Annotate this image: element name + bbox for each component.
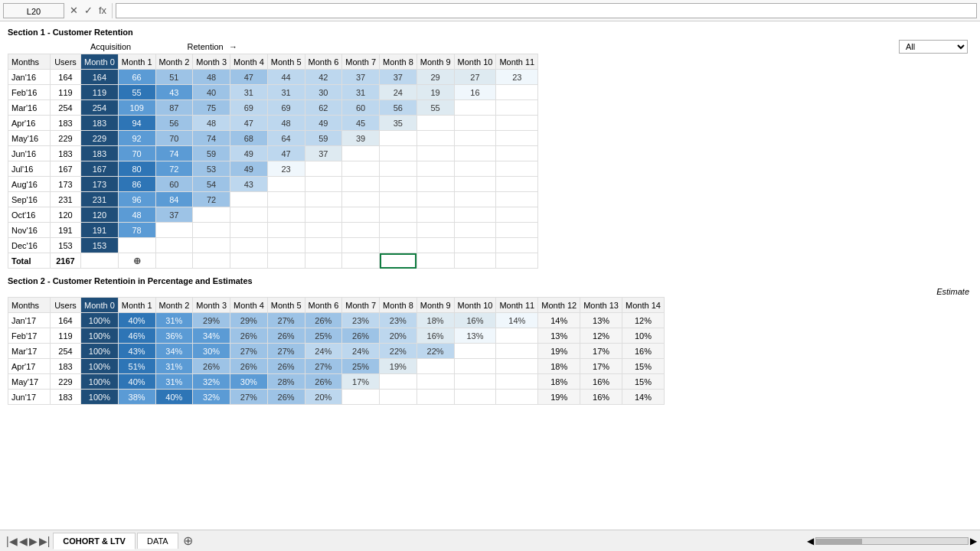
cell-m3[interactable]: 54 xyxy=(193,177,230,192)
cell-pct-m0[interactable]: 100% xyxy=(81,328,119,344)
cell-m9[interactable] xyxy=(416,161,454,177)
cell-pct-m0[interactable]: 100% xyxy=(81,313,119,328)
cell-pct-m5[interactable]: 28% xyxy=(267,374,305,390)
cell-m8[interactable] xyxy=(380,177,417,192)
cell-pct-m8[interactable] xyxy=(380,374,417,390)
tab-add-button[interactable]: ⊕ xyxy=(180,533,196,548)
cell-m1[interactable]: 78 xyxy=(118,223,155,238)
cell-m11[interactable] xyxy=(496,146,538,161)
cell-pct-m1[interactable]: 43% xyxy=(118,344,155,359)
cell-m7[interactable] xyxy=(342,223,380,238)
cell-m6[interactable]: 49 xyxy=(305,116,342,131)
cell-m9[interactable] xyxy=(416,192,454,207)
cell-m11[interactable] xyxy=(496,238,538,253)
cell-pct-m6[interactable]: 24% xyxy=(305,344,342,359)
cell-m2[interactable]: 87 xyxy=(155,100,193,116)
cell-m5[interactable]: 69 xyxy=(267,100,305,116)
cell-m4[interactable]: 69 xyxy=(230,100,268,116)
cell-pct-m0[interactable]: 100% xyxy=(81,344,119,359)
confirm-icon[interactable]: ✓ xyxy=(82,5,95,16)
cell-m4[interactable]: 49 xyxy=(230,146,268,161)
cell-m7[interactable] xyxy=(342,177,380,192)
cell-m3[interactable]: 75 xyxy=(193,100,230,116)
cell-m0[interactable]: 191 xyxy=(81,223,119,238)
tab-nav-last[interactable]: ▶| xyxy=(39,535,51,547)
cell-m3[interactable] xyxy=(193,207,230,223)
cell-m4[interactable]: 49 xyxy=(230,161,268,177)
cell-est-m14[interactable]: 16% xyxy=(622,344,665,359)
cell-m0[interactable]: 229 xyxy=(81,131,119,146)
cell-m9[interactable] xyxy=(416,223,454,238)
cell-pct-m4[interactable]: 30% xyxy=(230,374,268,390)
tab-data[interactable]: DATA xyxy=(137,533,178,549)
cell-est-m13[interactable]: 17% xyxy=(580,359,622,374)
cell-pct-m7[interactable]: 24% xyxy=(342,344,380,359)
cell-m3[interactable]: 48 xyxy=(193,70,230,85)
cell-m8[interactable] xyxy=(380,238,417,253)
cell-m5[interactable] xyxy=(267,223,305,238)
cell-pct-m10[interactable] xyxy=(454,344,496,359)
cell-est-m13[interactable]: 12% xyxy=(580,328,622,344)
cell-m6[interactable]: 42 xyxy=(305,70,342,85)
cell-m7[interactable] xyxy=(342,161,380,177)
cell-m10[interactable] xyxy=(454,116,496,131)
cell-pct-m7[interactable]: 17% xyxy=(342,374,380,390)
cell-pct-m2[interactable]: 31% xyxy=(155,313,193,328)
cell-m6[interactable]: 62 xyxy=(305,100,342,116)
cell-est-m12[interactable]: 19% xyxy=(538,390,580,405)
cell-m1[interactable]: 109 xyxy=(118,100,155,116)
cell-pct-m1[interactable]: 46% xyxy=(118,328,155,344)
cell-m9[interactable] xyxy=(416,207,454,223)
cell-pct-m3[interactable]: 29% xyxy=(193,313,230,328)
cell-m10[interactable] xyxy=(454,207,496,223)
cell-m11[interactable] xyxy=(496,223,538,238)
cell-m2[interactable]: 70 xyxy=(155,131,193,146)
cell-m2[interactable]: 43 xyxy=(155,85,193,100)
cell-m6[interactable] xyxy=(305,238,342,253)
cell-m5[interactable] xyxy=(267,238,305,253)
cell-m1[interactable]: 48 xyxy=(118,207,155,223)
cell-est-m12[interactable]: 18% xyxy=(538,359,580,374)
cell-pct-m7[interactable]: 25% xyxy=(342,359,380,374)
cell-pct-m2[interactable]: 31% xyxy=(155,374,193,390)
cell-m10[interactable] xyxy=(454,238,496,253)
cell-m8[interactable]: 35 xyxy=(380,116,417,131)
cell-m5[interactable]: 44 xyxy=(267,70,305,85)
cell-pct-m0[interactable]: 100% xyxy=(81,359,119,374)
cell-m0[interactable]: 164 xyxy=(81,70,119,85)
cell-pct-m5[interactable]: 27% xyxy=(267,344,305,359)
cell-m3[interactable]: 72 xyxy=(193,192,230,207)
cell-m4[interactable] xyxy=(230,192,268,207)
cell-est-m14[interactable]: 15% xyxy=(622,359,665,374)
cell-m10[interactable] xyxy=(454,192,496,207)
cell-m6[interactable] xyxy=(305,192,342,207)
cell-m11[interactable] xyxy=(496,116,538,131)
cell-m8[interactable]: 56 xyxy=(380,100,417,116)
cell-m2[interactable] xyxy=(155,223,193,238)
cell-pct-m10[interactable] xyxy=(454,359,496,374)
cell-m11[interactable] xyxy=(496,161,538,177)
cell-m7[interactable]: 60 xyxy=(342,100,380,116)
cell-m8[interactable] xyxy=(380,131,417,146)
cell-pct-m5[interactable]: 27% xyxy=(267,313,305,328)
cell-m8[interactable]: 24 xyxy=(380,85,417,100)
cell-pct-m7[interactable]: 26% xyxy=(342,328,380,344)
cell-m6[interactable]: 30 xyxy=(305,85,342,100)
cell-pct-m10[interactable]: 13% xyxy=(454,328,496,344)
cell-m3[interactable] xyxy=(193,238,230,253)
cell-m9[interactable]: 19 xyxy=(416,85,454,100)
cell-m4[interactable]: 31 xyxy=(230,85,268,100)
cell-m1[interactable]: 92 xyxy=(118,131,155,146)
cell-m9[interactable] xyxy=(416,116,454,131)
cell-pct-m2[interactable]: 34% xyxy=(155,344,193,359)
cell-pct-m3[interactable]: 32% xyxy=(193,390,230,405)
cell-m7[interactable]: 31 xyxy=(342,85,380,100)
cell-m4[interactable] xyxy=(230,238,268,253)
cell-m5[interactable]: 31 xyxy=(267,85,305,100)
cell-pct-m11[interactable] xyxy=(496,328,538,344)
cancel-icon[interactable]: ✕ xyxy=(67,5,80,16)
cell-pct-m7[interactable] xyxy=(342,390,380,405)
cell-pct-m7[interactable]: 23% xyxy=(342,313,380,328)
cell-pct-m2[interactable]: 40% xyxy=(155,390,193,405)
cell-m0[interactable]: 183 xyxy=(81,116,119,131)
